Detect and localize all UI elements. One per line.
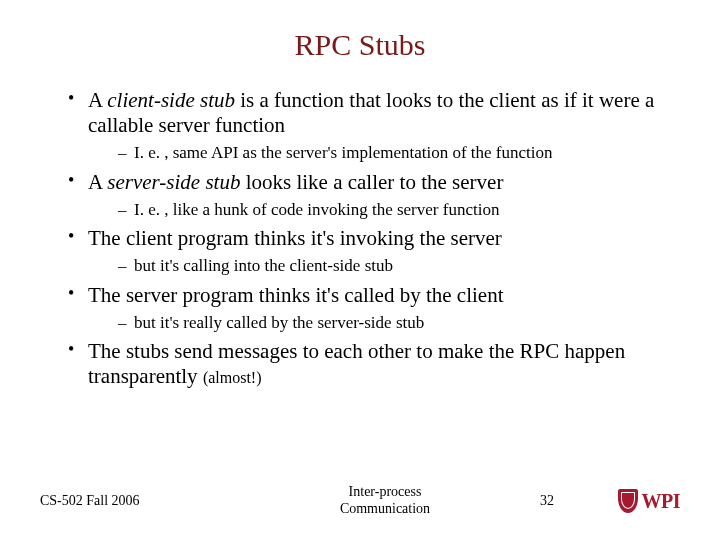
footer-topic-line: Communication <box>340 501 430 516</box>
slide-title: RPC Stubs <box>40 28 680 62</box>
bullet-item: The server program thinks it's called by… <box>68 283 680 333</box>
bullet-item: A client-side stub is a function that lo… <box>68 88 680 164</box>
page-number: 32 <box>530 493 590 509</box>
bullet-item: The client program thinks it's invoking … <box>68 226 680 276</box>
bullet-item: The stubs send messages to each other to… <box>68 339 680 389</box>
bullet-text: A <box>88 88 107 112</box>
sub-list: I. e. , same API as the server's impleme… <box>88 142 680 163</box>
footer-topic: Inter-process Communication <box>240 484 530 518</box>
bullet-note: (almost!) <box>203 369 262 386</box>
sub-item: I. e. , same API as the server's impleme… <box>118 142 680 163</box>
sub-list: but it's calling into the client-side st… <box>88 255 680 276</box>
sub-item: but it's calling into the client-side st… <box>118 255 680 276</box>
bullet-em: server-side stub <box>107 170 240 194</box>
sub-list: I. e. , like a hunk of code invoking the… <box>88 199 680 220</box>
footer-topic-line: Inter-process <box>349 484 422 499</box>
wpi-text: WPI <box>642 490 681 513</box>
shield-icon <box>618 489 638 513</box>
footer-course: CS-502 Fall 2006 <box>40 493 240 509</box>
bullet-text: The server program thinks it's called by… <box>88 283 504 307</box>
bullet-list: A client-side stub is a function that lo… <box>40 88 680 389</box>
bullet-em: client-side stub <box>107 88 235 112</box>
bullet-item: A server-side stub looks like a caller t… <box>68 170 680 220</box>
bullet-text: A <box>88 170 107 194</box>
slide-footer: CS-502 Fall 2006 Inter-process Communica… <box>0 484 720 518</box>
wpi-logo: WPI <box>590 489 680 513</box>
bullet-text: looks like a caller to the server <box>240 170 503 194</box>
bullet-text: The stubs send messages to each other to… <box>88 339 625 388</box>
bullet-text: The client program thinks it's invoking … <box>88 226 502 250</box>
sub-item: but it's really called by the server-sid… <box>118 312 680 333</box>
sub-item: I. e. , like a hunk of code invoking the… <box>118 199 680 220</box>
sub-list: but it's really called by the server-sid… <box>88 312 680 333</box>
